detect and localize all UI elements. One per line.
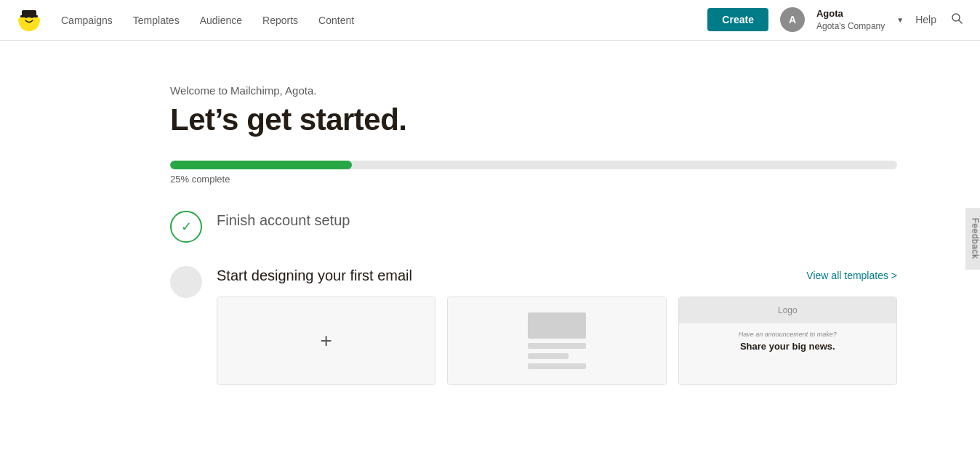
template-card-blank[interactable]: + [217,297,435,385]
layout-header-bar [528,312,586,339]
mailchimp-logo[interactable] [15,6,44,35]
step-title-first-email: Start designing your first email [217,266,412,285]
nav-campaigns[interactable]: Campaigns [61,15,113,26]
navbar: Campaigns Templates Audience Reports Con… [0,0,980,41]
user-name: Agota [816,7,885,20]
nav-right: Create A Agota Agota's Company ▼ Help [707,7,965,33]
layout-body-bar-1 [528,343,586,349]
view-all-templates-link[interactable]: View all templates > [806,270,897,281]
nav-audience[interactable]: Audience [200,15,242,26]
step-title-account-setup: Finish account setup [217,212,350,228]
page-heading: Let’s get started. [170,102,897,137]
steps-container: ✓ Finish account setup Start designing y… [170,211,897,385]
layout-body-bar-2 [528,353,569,359]
step-content-account-setup: Finish account setup [217,211,897,230]
nav-content[interactable]: Content [318,15,354,26]
create-button[interactable]: Create [707,8,768,31]
checkmark-icon: ✓ [181,219,192,235]
template-card-layout[interactable] [447,297,666,385]
progress-bar-fill [170,161,352,169]
layout-body-bar-3 [528,363,586,369]
templates-grid: + [217,297,897,385]
progress-label: 25% complete [170,174,897,185]
user-company: Agota's Company [816,20,885,33]
step-account-setup: ✓ Finish account setup [170,211,897,243]
template-blank-preview: + [217,297,435,384]
template-announce-preview: Logo Have an announcement to make? Share… [679,297,896,384]
step-circle-completed: ✓ [170,211,202,243]
svg-rect-7 [20,15,38,17]
feedback-tab[interactable]: Feedback [966,207,980,269]
svg-point-4 [18,17,23,23]
announce-body: Have an announcement to make? Share your… [679,323,896,384]
svg-point-5 [36,17,40,23]
svg-line-9 [959,20,962,23]
plus-icon: + [320,329,332,352]
templates-header: Start designing your first email View al… [217,266,897,285]
search-icon[interactable] [948,9,965,30]
announce-headline: Share your big news. [688,341,888,352]
layout-preview-content [528,312,586,369]
avatar: A [780,7,805,32]
chevron-down-icon[interactable]: ▼ [896,16,904,24]
welcome-text: Welcome to Mailchimp, Agota. [170,84,897,97]
template-layout-preview [448,297,665,384]
user-info: Agota Agota's Company [816,7,885,33]
nav-reports[interactable]: Reports [262,15,298,26]
main-content: Welcome to Mailchimp, Agota. Let’s get s… [54,41,926,437]
step-content-first-email: Start designing your first email View al… [217,266,897,385]
progress-container: 25% complete [170,161,897,185]
nav-templates[interactable]: Templates [133,15,180,26]
announce-tagline: Have an announcement to make? [688,331,888,338]
template-card-announce[interactable]: Logo Have an announcement to make? Share… [678,297,897,385]
step-first-email: Start designing your first email View al… [170,266,897,385]
announce-logo-area: Logo [679,297,896,323]
step-circle-pending [170,266,202,298]
help-link[interactable]: Help [915,14,936,25]
nav-links: Campaigns Templates Audience Reports Con… [61,15,707,26]
progress-bar-bg [170,161,897,169]
